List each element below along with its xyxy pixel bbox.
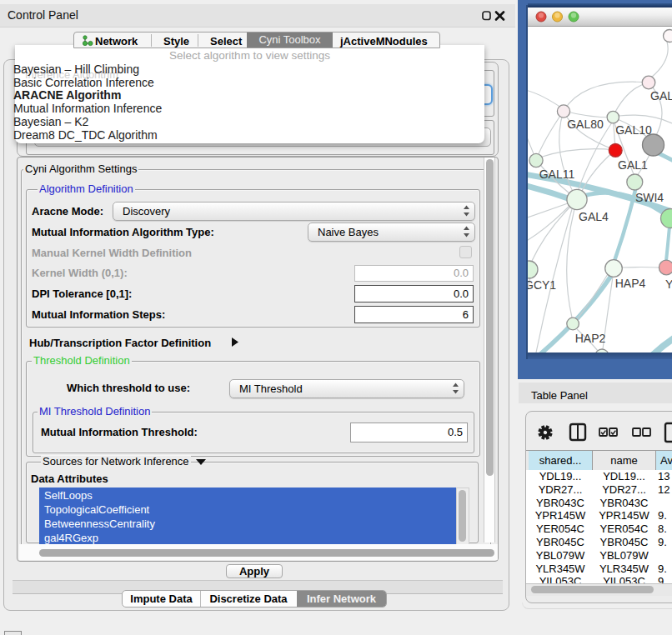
svg-text:HAP2: HAP2 [575,332,606,345]
svg-text:SWI4: SWI4 [635,191,664,204]
svg-text:GAL80: GAL80 [567,118,604,131]
svg-text:GAL11: GAL11 [539,168,575,181]
svg-text:HAP4: HAP4 [615,277,646,290]
svg-text:GAL7: GAL7 [650,89,672,102]
svg-text:Y: Y [665,278,672,291]
svg-text:GAL4: GAL4 [579,210,609,223]
svg-text:GAL1: GAL1 [618,158,648,172]
svg-text:GAL10: GAL10 [615,123,652,137]
svg-text:GCY1: GCY1 [528,278,556,292]
